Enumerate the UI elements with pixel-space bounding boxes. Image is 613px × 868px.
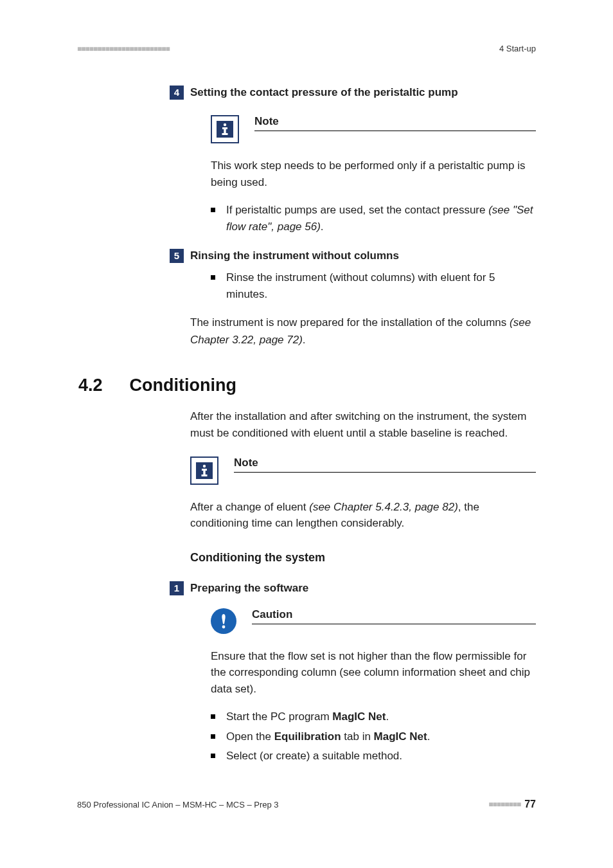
section-number: 4.2 [78, 375, 103, 395]
step-4-heading-row: 4 Setting the contact pressure of the pe… [190, 86, 536, 100]
step-1b-bullet-1: Start the PC program MagIC Net. [211, 709, 536, 725]
step-number-badge: 4 [170, 86, 184, 100]
step-1b-bullet-2: Open the Equilibration tab in MagIC Net. [211, 728, 536, 745]
step-4-bullet-1: If peristaltic pumps are used, set the c… [211, 202, 536, 236]
svg-point-8 [222, 625, 226, 628]
section-4-2-body: After the installation and after switchi… [190, 408, 536, 764]
step-5-bullet-1: Rinse the instrument (without columns) w… [211, 269, 536, 303]
caution-head-row: Caution [211, 608, 536, 634]
step-1b-heading-row: 1 Preparing the software [190, 581, 536, 595]
section-4-2-heading: 4.2 Conditioning [77, 375, 536, 395]
step-1b-block: 1 Preparing the software Caution Ensure … [190, 581, 536, 765]
svg-rect-2 [224, 127, 226, 134]
note-label: Note [234, 457, 536, 471]
step-5-bullets: Rinse the instrument (without columns) w… [211, 269, 536, 303]
step-4-note-body: This work step needs to be performed onl… [211, 158, 536, 190]
step-5-heading-row: 5 Rinsing the instrument without columns [190, 249, 536, 263]
svg-rect-7 [202, 475, 208, 476]
note-head-row: Note [190, 457, 536, 485]
step-4-block: 4 Setting the contact pressure of the pe… [190, 86, 536, 236]
caution-body: Ensure that the flow set is not higher t… [211, 648, 536, 698]
para-lead: The instrument is now prepared for the i… [190, 316, 510, 329]
note-rule [254, 131, 536, 131]
b2-bold2: MagIC Net [374, 730, 427, 743]
step-4-title: Setting the contact pressure of the peri… [190, 86, 458, 100]
subheading-conditioning: Conditioning the system [190, 551, 536, 565]
svg-rect-6 [203, 469, 205, 475]
step-1b-title: Preparing the software [190, 581, 308, 595]
caution-block: Caution Ensure that the flow set is not … [211, 608, 536, 698]
para-tail: . [303, 334, 306, 346]
caution-rule [252, 624, 536, 624]
b2-tail: . [427, 730, 431, 743]
footer-doc-title: 850 Professional IC Anion – MSM-HC – MCS… [77, 800, 279, 809]
b2-bold1: Equilibration [274, 730, 341, 743]
step-1b-bullet-3: Select (or create) a suitable method. [211, 748, 536, 764]
page-header: ■■■■■■■■■■■■■■■■■■■■■■■ 4 Start-up [77, 44, 536, 53]
section-note: Note After a change of eluent (see Chapt… [190, 457, 536, 532]
step-number-badge: 1 [170, 581, 184, 595]
svg-point-4 [203, 465, 206, 467]
step-1b-bullets: Start the PC program MagIC Net. Open the… [211, 709, 536, 764]
page: ■■■■■■■■■■■■■■■■■■■■■■■ 4 Start-up 4 Set… [0, 0, 613, 868]
step-4-note: Note This work step needs to be performe… [211, 115, 536, 190]
step-number-badge: 5 [170, 249, 184, 263]
note-head-row: Note [211, 115, 536, 143]
post-steps-paragraph: The instrument is now prepared for the i… [190, 314, 536, 348]
b1-lead: Start the PC program [226, 710, 332, 723]
page-footer: 850 Professional IC Anion – MSM-HC – MCS… [77, 799, 536, 810]
svg-point-0 [224, 123, 226, 126]
section-intro: After the installation and after switchi… [190, 408, 536, 442]
section-title: Conditioning [130, 375, 236, 395]
bullet-text: If peristaltic pumps are used, set the c… [226, 204, 488, 216]
b2-mid: tab in [341, 730, 374, 743]
note-label: Note [254, 115, 536, 129]
svg-rect-3 [222, 133, 228, 135]
bullet-tail: . [321, 221, 324, 233]
step-5-block: 5 Rinsing the instrument without columns… [190, 249, 536, 348]
step-5-title: Rinsing the instrument without columns [190, 249, 399, 263]
note-body-lead: After a change of eluent [190, 501, 309, 513]
note-rule [234, 472, 536, 473]
info-icon [211, 115, 239, 143]
caution-icon [211, 608, 236, 634]
info-icon [190, 457, 218, 485]
footer-ornament: ■■■■■■■■ [488, 800, 520, 809]
page-number: 77 [524, 799, 536, 810]
header-chapter-label: 4 Start-up [499, 44, 536, 53]
section-note-body: After a change of eluent (see Chapter 5.… [190, 499, 536, 532]
caution-label: Caution [252, 608, 536, 622]
b2-lead: Open the [226, 730, 274, 743]
b1-bold: MagIC Net [332, 710, 386, 723]
step-4-bullets: If peristaltic pumps are used, set the c… [211, 202, 536, 236]
b1-tail: . [386, 710, 389, 723]
header-ornament: ■■■■■■■■■■■■■■■■■■■■■■■ [77, 44, 170, 53]
note-body-ref: (see Chapter 5.4.2.3, page 82) [309, 501, 458, 513]
